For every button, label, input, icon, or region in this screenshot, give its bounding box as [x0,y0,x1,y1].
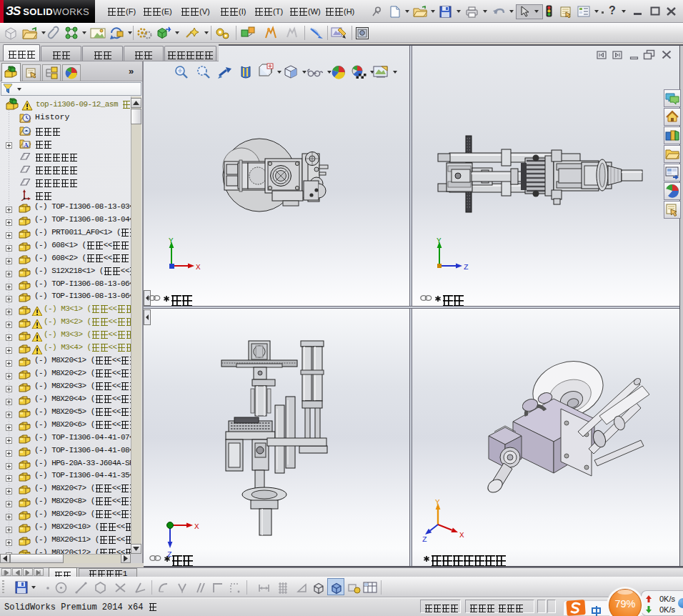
svg-text:X: X [196,263,201,272]
svg-text:Y: Y [435,499,440,507]
svg-text:X: X [194,522,199,531]
svg-text:X: X [459,531,464,540]
svg-text:Z: Z [464,263,469,272]
svg-text:Z: Z [422,535,427,544]
svg-text:Y: Y [437,237,442,245]
svg-text:Y: Y [169,237,174,245]
